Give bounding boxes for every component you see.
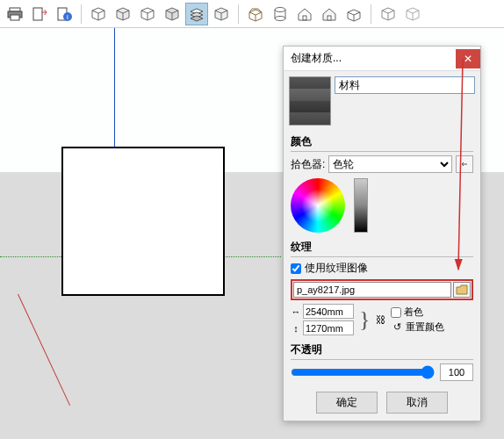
svg-point-8 xyxy=(275,16,285,20)
svg-rect-9 xyxy=(303,16,306,20)
tool-house1-icon[interactable] xyxy=(293,3,316,25)
height-icon: ↕ xyxy=(291,323,301,334)
tool-box-icon[interactable] xyxy=(244,3,267,25)
texture-height-input[interactable] xyxy=(303,320,354,335)
width-icon: ↔ xyxy=(291,306,301,317)
tool-cylinder-icon[interactable] xyxy=(269,3,292,25)
svg-text:i: i xyxy=(67,13,68,21)
tool-printer-icon[interactable] xyxy=(4,3,26,25)
picker-label: 拾色器: xyxy=(291,157,325,172)
reset-color-icon[interactable]: ↺ xyxy=(391,321,403,333)
brightness-slider[interactable] xyxy=(354,178,368,233)
chain-link-icon[interactable]: ⛓ xyxy=(375,304,385,335)
svg-point-7 xyxy=(275,7,285,11)
ok-button[interactable]: 确定 xyxy=(316,392,378,414)
opacity-input[interactable] xyxy=(440,363,473,381)
tool-cube3-icon[interactable] xyxy=(136,3,159,25)
brace-icon: } xyxy=(359,308,370,331)
axis-blue xyxy=(114,28,115,147)
dialog-titlebar[interactable]: 创建材质... ✕ xyxy=(284,47,480,71)
texture-width-input[interactable] xyxy=(303,304,354,319)
colorize-label: 着色 xyxy=(404,306,423,319)
svg-rect-0 xyxy=(10,8,20,11)
color-picker-select[interactable]: 色轮 xyxy=(328,155,452,173)
svg-rect-10 xyxy=(328,16,331,20)
reset-color-label: 重置颜色 xyxy=(406,320,444,334)
close-icon[interactable]: ✕ xyxy=(456,49,480,68)
color-wheel[interactable] xyxy=(291,178,345,233)
dialog-title-text: 创建材质... xyxy=(291,51,342,66)
tool-house2-icon[interactable] xyxy=(318,3,341,25)
texture-file-highlight xyxy=(291,279,473,300)
rectangle-face[interactable] xyxy=(61,147,225,296)
tool-export-icon[interactable] xyxy=(28,3,51,25)
material-thumbnail[interactable] xyxy=(289,76,331,126)
svg-rect-2 xyxy=(11,15,19,20)
axis-red xyxy=(18,294,70,406)
picker-back-button[interactable] xyxy=(456,155,473,173)
texture-section-header: 纹理 xyxy=(291,240,473,257)
use-texture-checkbox[interactable] xyxy=(291,263,301,274)
browse-file-icon[interactable] xyxy=(453,282,471,298)
tool-cube2-icon[interactable] xyxy=(112,3,134,25)
tool-cube1-icon[interactable] xyxy=(87,3,110,25)
material-name-input[interactable] xyxy=(335,76,475,94)
color-section-header: 颜色 xyxy=(291,134,473,152)
colorize-checkbox[interactable] xyxy=(391,307,401,318)
tool-layers-icon[interactable] xyxy=(185,3,208,25)
tool-package-icon[interactable] xyxy=(342,3,365,25)
opacity-slider[interactable] xyxy=(291,365,435,379)
use-texture-label: 使用纹理图像 xyxy=(305,261,368,276)
create-material-dialog: 创建材质... ✕ 颜色 拾色器: 色轮 纹理 使用纹理图像 xyxy=(283,46,481,421)
cancel-button[interactable]: 取消 xyxy=(386,392,448,414)
tool-cube4-icon[interactable] xyxy=(161,3,184,25)
tool-wire1-icon[interactable] xyxy=(377,3,400,25)
tool-wire2-icon[interactable] xyxy=(401,3,424,25)
tool-info-icon[interactable]: i xyxy=(53,3,76,25)
svg-rect-3 xyxy=(33,8,42,20)
opacity-section-header: 不透明 xyxy=(291,342,473,360)
tool-cube5-icon[interactable] xyxy=(210,3,233,25)
texture-file-input[interactable] xyxy=(293,282,451,298)
toolbar: i xyxy=(0,0,504,28)
